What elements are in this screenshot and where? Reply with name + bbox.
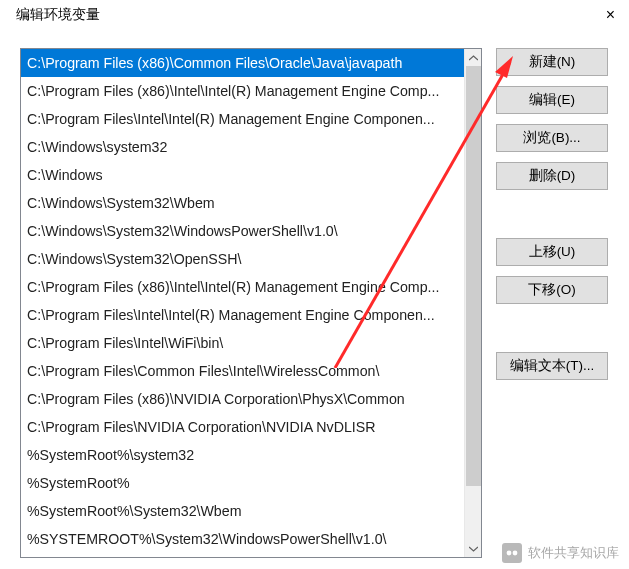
browse-button[interactable]: 浏览(B)... <box>496 124 608 152</box>
list-item[interactable]: C:\Program Files\NVIDIA Corporation\NVID… <box>21 413 465 441</box>
list-item[interactable]: C:\Windows <box>21 161 465 189</box>
edit-text-button[interactable]: 编辑文本(T)... <box>496 352 608 380</box>
list-item[interactable]: C:\Windows\system32 <box>21 133 465 161</box>
list-item[interactable]: %SYSTEMROOT%\System32\WindowsPowerShell\… <box>21 525 465 553</box>
move-up-button[interactable]: 上移(U) <box>496 238 608 266</box>
list-item[interactable]: C:\Program Files\Intel\Intel(R) Manageme… <box>21 105 465 133</box>
scroll-thumb[interactable] <box>466 66 481 486</box>
list-item[interactable]: C:\Program Files (x86)\Intel\Intel(R) Ma… <box>21 77 465 105</box>
list-item[interactable]: C:\Windows\System32\OpenSSH\ <box>21 245 465 273</box>
watermark: 软件共享知识库 <box>502 543 619 563</box>
list-item[interactable]: C:\Program Files\Common Files\Intel\Wire… <box>21 357 465 385</box>
list-item[interactable]: C:\Windows\System32\Wbem <box>21 189 465 217</box>
list-item[interactable]: C:\Program Files\Intel\WiFi\bin\ <box>21 329 465 357</box>
list-item[interactable]: C:\Program Files\Intel\Intel(R) Manageme… <box>21 301 465 329</box>
list-item[interactable]: %SystemRoot%\System32\Wbem <box>21 497 465 525</box>
edit-button[interactable]: 编辑(E) <box>496 86 608 114</box>
path-list-inner: C:\Program Files (x86)\Common Files\Orac… <box>21 49 465 557</box>
list-item[interactable]: C:\Program Files (x86)\Common Files\Orac… <box>21 49 465 77</box>
move-down-button[interactable]: 下移(O) <box>496 276 608 304</box>
svg-point-2 <box>507 551 512 556</box>
delete-button[interactable]: 删除(D) <box>496 162 608 190</box>
window-title: 编辑环境变量 <box>16 6 100 24</box>
scroll-up-icon[interactable] <box>465 49 481 66</box>
scroll-down-icon[interactable] <box>465 540 481 557</box>
path-listbox[interactable]: C:\Program Files (x86)\Common Files\Orac… <box>20 48 482 558</box>
new-button[interactable]: 新建(N) <box>496 48 608 76</box>
list-item[interactable]: C:\Windows\System32\WindowsPowerShell\v1… <box>21 217 465 245</box>
svg-point-3 <box>513 551 518 556</box>
list-item[interactable]: C:\Program Files (x86)\Intel\Intel(R) Ma… <box>21 273 465 301</box>
list-item[interactable]: %SystemRoot% <box>21 469 465 497</box>
scrollbar[interactable] <box>464 49 481 557</box>
titlebar: 编辑环境变量 × <box>0 0 629 30</box>
list-item[interactable]: %SYSTEMROOT%\System32\OpenSSH\ <box>21 553 465 557</box>
list-item[interactable]: C:\Program Files (x86)\NVIDIA Corporatio… <box>21 385 465 413</box>
close-icon[interactable]: × <box>602 6 619 24</box>
watermark-text: 软件共享知识库 <box>528 544 619 562</box>
dialog-content: C:\Program Files (x86)\Common Files\Orac… <box>0 30 629 558</box>
button-column: 新建(N) 编辑(E) 浏览(B)... 删除(D) 上移(U) 下移(O) 编… <box>496 48 608 558</box>
list-item[interactable]: %SystemRoot%\system32 <box>21 441 465 469</box>
watermark-icon <box>502 543 522 563</box>
